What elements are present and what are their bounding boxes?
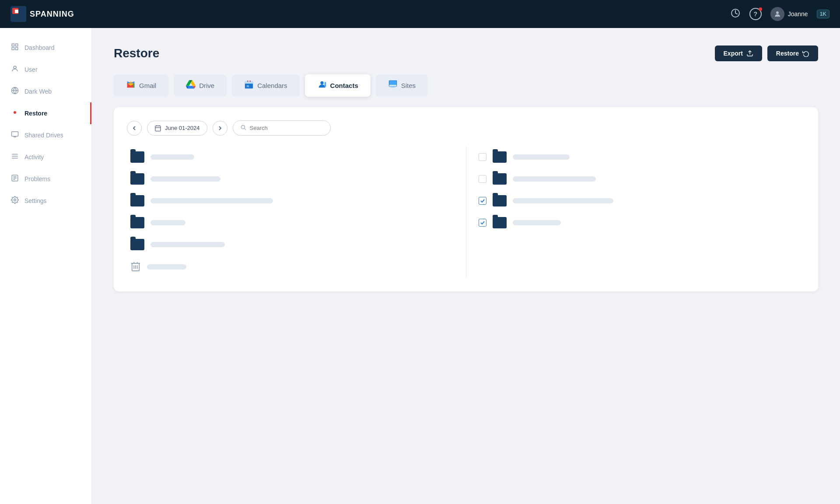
sidebar-label-restore: Restore [24, 110, 47, 117]
svg-rect-39 [389, 87, 396, 88]
sidebar-label-settings: Settings [24, 197, 47, 204]
right-panel [466, 146, 805, 278]
export-button[interactable]: Export [715, 46, 762, 61]
contacts-icon [317, 80, 327, 91]
item-skeleton [513, 220, 561, 225]
svg-rect-32 [325, 83, 325, 83]
item-skeleton [513, 176, 596, 182]
left-panel [127, 146, 466, 278]
folder-icon [130, 217, 144, 228]
tab-drive-label: Drive [199, 82, 214, 89]
date-label: June 01-2024 [165, 125, 200, 131]
search-box[interactable] [233, 120, 331, 136]
page-header: Restore Export Restore [114, 46, 818, 61]
svg-rect-37 [389, 85, 397, 86]
sites-icon [388, 80, 398, 91]
trash-icon [130, 261, 141, 273]
list-item[interactable] [127, 146, 457, 168]
search-icon [240, 124, 246, 132]
logo-text: SPANNING [30, 10, 74, 19]
calendar-picker-icon [154, 125, 161, 132]
main-content: Restore Export Restore [92, 28, 840, 504]
sidebar-item-problems[interactable]: Problems [0, 168, 91, 190]
tab-contacts[interactable]: Contacts [305, 74, 371, 97]
topnav: SPANNING ? Joanne 1K [0, 0, 840, 28]
username: Joanne [788, 10, 808, 18]
dashboard-icon [10, 43, 19, 52]
sidebar-label-shared-drives: Shared Drives [24, 132, 63, 139]
date-picker[interactable]: June 01-2024 [147, 121, 207, 136]
gmail-icon [126, 80, 136, 91]
shared-drives-icon [10, 130, 19, 140]
svg-rect-7 [12, 48, 14, 50]
sidebar-label-problems: Problems [24, 175, 50, 182]
notification-dot [759, 7, 762, 11]
content-card: June 01-2024 [114, 107, 818, 291]
tab-sites[interactable]: Sites [376, 74, 428, 97]
sidebar-item-user[interactable]: User [0, 59, 91, 80]
toolbar: June 01-2024 [127, 120, 805, 136]
item-skeleton [150, 154, 194, 160]
restore-button[interactable]: Restore [767, 46, 818, 61]
next-button[interactable] [213, 121, 228, 136]
svg-rect-11 [12, 132, 18, 136]
list-item[interactable] [127, 190, 457, 212]
checkbox-checked[interactable] [479, 197, 486, 205]
svg-point-4 [776, 11, 779, 14]
sidebar-label-activity: Activity [24, 154, 44, 161]
tab-calendars[interactable]: 31 Calendars [232, 74, 299, 97]
list-item[interactable] [127, 212, 457, 234]
svg-line-45 [244, 129, 245, 130]
list-item[interactable] [475, 168, 805, 190]
list-item[interactable] [475, 146, 805, 168]
logo[interactable]: SPANNING [10, 6, 74, 22]
help-icon[interactable]: ? [749, 8, 762, 20]
topnav-right: ? Joanne 1K [730, 7, 830, 21]
svg-rect-23 [133, 83, 135, 88]
sidebar-label-dashboard: Dashboard [24, 44, 55, 51]
user-menu[interactable]: Joanne [770, 7, 808, 21]
item-skeleton [147, 264, 186, 270]
svg-point-21 [14, 199, 16, 201]
prev-button[interactable] [127, 121, 142, 136]
list-item[interactable] [127, 168, 457, 190]
checkbox[interactable] [479, 175, 486, 183]
checkbox[interactable] [479, 153, 486, 161]
list-item[interactable] [475, 190, 805, 212]
checkbox-checked[interactable] [479, 219, 486, 227]
folder-icon [493, 151, 507, 163]
list-item[interactable] [127, 234, 457, 256]
item-skeleton [150, 242, 225, 247]
list-item[interactable] [127, 256, 457, 278]
svg-rect-33 [325, 84, 325, 84]
export-icon [746, 50, 753, 57]
nav-badge[interactable]: 1K [817, 10, 830, 18]
svg-rect-5 [12, 44, 14, 46]
svg-rect-26 [245, 81, 253, 84]
sidebar-item-darkweb[interactable]: Dark Web [0, 80, 91, 102]
list-item[interactable] [475, 212, 805, 234]
tab-calendars-label: Calendars [257, 82, 287, 89]
tabs: Gmail Drive [114, 74, 818, 97]
svg-rect-40 [155, 126, 161, 131]
tab-sites-label: Sites [401, 82, 416, 89]
folder-icon [493, 195, 507, 206]
search-input[interactable] [250, 125, 323, 131]
layout: Dashboard User Dark Web [0, 28, 840, 504]
sidebar-item-shared-drives[interactable]: Shared Drives [0, 124, 91, 146]
tab-gmail[interactable]: Gmail [114, 74, 168, 97]
tab-drive[interactable]: Drive [174, 74, 227, 97]
svg-rect-2 [15, 10, 18, 13]
sidebar-item-activity[interactable]: Activity [0, 146, 91, 168]
drive-icon [186, 80, 196, 91]
svg-rect-36 [389, 81, 397, 85]
svg-rect-27 [248, 80, 248, 82]
user-icon [10, 65, 19, 74]
sidebar-item-restore[interactable]: Restore [0, 102, 91, 124]
sidebar-item-dashboard[interactable]: Dashboard [0, 37, 91, 59]
sidebar-item-settings[interactable]: Settings [0, 190, 91, 212]
history-icon[interactable] [730, 8, 741, 21]
problems-icon [10, 174, 19, 184]
calendar-icon: 31 [244, 80, 254, 91]
activity-icon [10, 152, 19, 162]
